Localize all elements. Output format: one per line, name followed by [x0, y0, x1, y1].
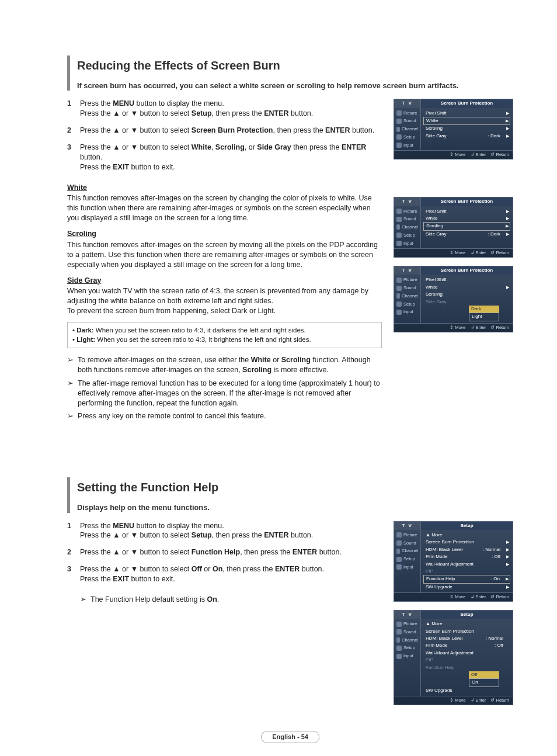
menu-icon — [396, 127, 400, 132]
osd-title: Setup — [421, 522, 513, 530]
osd-row-label: ▲ More — [426, 532, 442, 538]
section2-title: Setting the Function Help — [77, 477, 513, 498]
osd-row: Scroling — [423, 222, 510, 230]
osd-return-hint: Return — [490, 250, 509, 256]
menu-icon — [396, 209, 402, 214]
osd-footer: Move Enter Return — [394, 696, 513, 705]
arrow-right-icon — [506, 223, 509, 228]
osd-side-item: Picture — [394, 620, 420, 628]
osd-row: Wall-Mount Adjustment — [423, 650, 510, 657]
tip-item: To remove after-images on the screen, us… — [67, 355, 382, 375]
osd-tv-label: T V — [394, 522, 421, 530]
step-body: Press the ▲ or ▼ button to select Functi… — [80, 547, 382, 557]
osd-return-hint: Return — [490, 698, 509, 703]
osd-side-item: Channel — [394, 292, 420, 300]
menu-icon — [396, 310, 402, 315]
menu-icon — [396, 119, 402, 124]
osd-row: Side Gray: Dark — [423, 133, 510, 140]
menu-icon — [396, 286, 402, 291]
osd-footer: Move Enter Return — [394, 248, 513, 257]
osd-move-hint: Move — [450, 152, 465, 158]
osd-side-item: Setup — [394, 231, 420, 240]
menu-icon — [396, 629, 402, 634]
osd-side-item: Setup — [394, 300, 420, 308]
osd-main: Pixel ShiftWhiteScrolingSide GrayDarkLig… — [421, 275, 513, 322]
osd-side-item: Setup — [394, 555, 420, 563]
osd-row-label: Function Help — [426, 665, 454, 671]
osd-setup-1: T V Setup PictureSoundChannelSetupInput … — [394, 521, 513, 602]
osd-tv-label: T V — [394, 266, 421, 275]
step-number: 1 — [67, 99, 80, 119]
osd-row-label: HDMI Black Level — [426, 547, 463, 553]
section1-steps: 1Press the MENU button to display the me… — [67, 99, 382, 172]
osd-screen-burn-3: T V Screen Burn Protection PictureSoundC… — [394, 266, 513, 332]
osd-row-label: White — [426, 285, 437, 290]
osd-row: Scroling — [423, 125, 510, 132]
osd-row: White — [423, 117, 510, 125]
osd-title: Screen Burn Protection — [421, 266, 513, 275]
osd-row: Pixel Shift — [423, 110, 510, 117]
osd-side-item: Sound — [394, 117, 420, 125]
osd-row-label: ▲ More — [426, 621, 442, 627]
menu-icon — [396, 224, 400, 230]
osd-row-label: White — [426, 118, 438, 124]
step-number: 1 — [67, 521, 80, 541]
osd-row: ▲ More — [423, 532, 510, 539]
osd-side-item: Sound — [394, 284, 420, 292]
osd-title: Screen Burn Protection — [421, 197, 513, 206]
osd-row: Side Gray: Dark — [423, 231, 510, 238]
osd-row: ▲ More — [423, 620, 510, 627]
arrow-right-icon — [506, 231, 509, 237]
osd-row-label: SW Upgrade — [426, 688, 452, 693]
step-body: Press the MENU button to display the men… — [80, 99, 382, 119]
osd-screen-burn-2: T V Screen Burn Protection PictureSoundC… — [394, 197, 513, 258]
arrow-right-icon — [506, 561, 509, 567]
osd-row-value: : Off — [492, 554, 506, 559]
osd-side-item: Sound — [394, 539, 420, 547]
arrow-right-icon — [506, 584, 509, 589]
osd-row: Scroling — [423, 291, 510, 298]
osd-tv-label: T V — [394, 197, 421, 206]
menu-icon — [396, 233, 402, 238]
dark-light-note: • Dark: When you set the screen ratio to… — [67, 322, 382, 348]
section2-intro: Displays help on the menu functions. — [77, 502, 513, 512]
osd-row: PIP — [423, 568, 510, 575]
osd-row-label: Scroling — [426, 292, 443, 297]
osd-enter-hint: Enter — [471, 152, 486, 158]
osd-sidebar: PictureSoundChannelSetupInput — [394, 206, 421, 249]
osd-tv-label: T V — [394, 99, 421, 107]
menu-icon — [396, 540, 402, 546]
menu-icon — [396, 557, 402, 562]
osd-row-value: : On — [491, 576, 506, 581]
menu-icon — [396, 293, 400, 299]
osd-sidebar: PictureSoundChannelSetupInput — [394, 619, 421, 696]
osd-title: Screen Burn Protection — [421, 99, 513, 107]
osd-side-item: Sound — [394, 628, 420, 636]
osd-sub-item: Dark — [469, 306, 499, 313]
menu-icon — [396, 143, 402, 148]
osd-row: White — [423, 284, 510, 291]
osd-row: PIP — [423, 657, 510, 664]
osd-row-label: Function Help — [426, 576, 455, 582]
osd-sub-item: On — [469, 678, 499, 686]
osd-return-hint: Return — [490, 594, 509, 600]
osd-row-label: Side Gray — [426, 231, 447, 237]
menu-icon — [396, 532, 402, 537]
tip-item: Press any key on the remote control to c… — [67, 411, 382, 421]
osd-row-label: Scroling — [426, 126, 443, 131]
osd-submenu: OffOn — [469, 671, 499, 687]
osd-row: SW Upgrade — [423, 584, 510, 591]
osd-side-item: Input — [394, 308, 420, 316]
section2-tip: The Function Help default setting is On. — [80, 595, 382, 605]
arrow-right-icon — [506, 110, 509, 116]
osd-submenu: DarkLight — [469, 306, 499, 321]
osd-side-item: Picture — [394, 109, 420, 117]
note-dark: • Dark: When you set the screen ratio to… — [72, 326, 377, 335]
osd-row-value: : Normal — [483, 547, 506, 552]
osd-row-value: : Dark — [488, 231, 506, 237]
step-number: 2 — [67, 126, 80, 136]
step-number: 2 — [67, 547, 80, 557]
section2-steps: 1Press the MENU button to display the me… — [67, 521, 382, 584]
osd-footer: Move Enter Return — [394, 592, 513, 601]
osd-enter-hint: Enter — [471, 325, 486, 331]
